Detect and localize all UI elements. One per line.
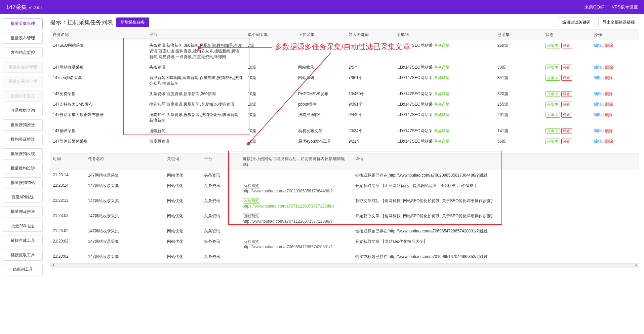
status-stop-button[interactable]: 停止 [561, 43, 572, 48]
cell-log-platform: 头条资讯 [201, 236, 240, 252]
edit-link[interactable]: 编辑 [594, 128, 602, 133]
status-stop-button[interactable]: 停止 [561, 65, 572, 70]
cell-log-detail: 链接或标题已存在[http://www.toutiao.com/a7002098… [353, 170, 639, 181]
sidebar-item-10[interactable]: 批量搜狗投诉 [3, 163, 43, 174]
view-detail-link[interactable]: 浏览详情 [434, 112, 450, 117]
edit-link[interactable]: 编辑 [594, 43, 602, 48]
cell-log-task: 147网站收录采集 [85, 252, 164, 262]
tasks-wrap: 任务名称 平台 单个词采集 正在采集 导入关键词 采集到 已采集 状态 操作 1… [50, 29, 639, 147]
cell-platform: 头条资讯,新浪新闻,360新闻,凤凰新闻,搜狗知乎,百度资讯,百度知道,搜狗资讯… [147, 40, 245, 63]
status-stop-button[interactable]: 停止 [561, 75, 572, 81]
cell-count: 33篇 [495, 62, 543, 73]
cell-log-link: 远程预览http://www.toutiao.com/a707112263715… [240, 211, 353, 226]
sidebar-item-1[interactable]: 批量发布管理 [3, 33, 43, 44]
view-detail-link[interactable]: 浏览详情 [434, 75, 450, 80]
badge-local[interactable]: 本地预览 [243, 198, 260, 204]
sidebar-item-13[interactable]: 批量神马推送 [3, 206, 43, 217]
cell-log-detail: 链接或标题已存在[http://www.toutiao.com/a7016965… [353, 252, 639, 262]
sidebar-item-9[interactable]: 批量搜狗反馈 [3, 148, 43, 159]
sidebar-item-6[interactable]: 收录数据查询 [3, 105, 43, 116]
log-url[interactable]: http://www.toutiao.com/a7069654728657420… [243, 245, 333, 249]
cell-name: 147seo排名采集 [50, 73, 147, 89]
edit-filter-button[interactable]: 编辑过滤关键词 [558, 17, 595, 27]
status-stop-button[interactable]: 停止 [561, 128, 572, 134]
cell-status: 采集中停止 [543, 89, 591, 99]
edit-link[interactable]: 编辑 [594, 65, 602, 70]
sidebar-item-4: 批量短视频管理 [3, 76, 43, 87]
cell-log-time: 21:23:02: [50, 236, 85, 252]
edit-link[interactable]: 编辑 [594, 112, 602, 117]
main-content: 提示：挂机采集任务列表 新增采集任务 编辑过滤关键词 导出全部错误链接 任务名称… [45, 14, 644, 334]
delete-link[interactable]: 删除 [605, 102, 613, 107]
log-url[interactable]: http://www.toutiao.com/a7071122637157712… [243, 219, 333, 224]
badge-remote[interactable]: 远程预览 [243, 183, 260, 189]
sidebar-item-17[interactable]: 伪原创工具 [3, 264, 43, 275]
topbar-right: 采集QQ群 VPS拨号设置 [585, 4, 638, 10]
edit-link[interactable]: 编辑 [594, 102, 602, 107]
th-log-link: 链接(量小的网站可能没有匹配，如需要可群内反馈增加规则) [240, 154, 353, 170]
view-detail-link[interactable]: 浏览详情 [434, 128, 450, 133]
sidebar-item-8[interactable]: 搜狗验证推送 [3, 134, 43, 145]
sidebar: 批量采集管理批量发布管理发布站点监控批量自媒体管理批量短视频管理批量排名监控收录… [0, 14, 45, 334]
export-bad-links-button[interactable]: 导出全部错误链接 [598, 17, 639, 27]
cell-log-time: 21:23:14: [50, 181, 85, 196]
sidebar-item-15[interactable]: 链接生成工具 [3, 235, 43, 246]
sidebar-item-11[interactable]: 批量搜狗绑站 [3, 177, 43, 188]
status-running: 采集中 [546, 102, 560, 107]
delete-link[interactable]: 删除 [605, 128, 613, 133]
sidebar-item-12[interactable]: 百度API推送 [3, 192, 43, 203]
view-detail-link[interactable]: 浏览详情 [434, 43, 450, 48]
view-detail-link[interactable]: 浏览详情 [434, 102, 450, 107]
add-task-button[interactable]: 新增采集任务 [116, 17, 149, 27]
cell-to: ...D:\147SEO网站采 浏览详情 [394, 99, 495, 110]
status-stop-button[interactable]: 停止 [561, 139, 572, 144]
cell-log-detail: 开始获取文章 【途网科技_网站SEO优化如何做_关于SEO优化详细操作步骤】 [353, 211, 639, 226]
cell-count: 291篇 [495, 110, 543, 126]
delete-link[interactable]: 删除 [605, 65, 613, 70]
status-running: 采集中 [546, 139, 560, 144]
delete-link[interactable]: 删除 [605, 139, 613, 144]
status-stop-button[interactable]: 停止 [561, 112, 572, 118]
delete-link[interactable]: 删除 [605, 91, 613, 96]
cell-name: 147免费采集 [50, 89, 147, 99]
status-stop-button[interactable]: 停止 [561, 91, 572, 97]
badge-remote[interactable]: 远程预览 [243, 239, 260, 245]
cell-count: 255篇 [495, 99, 543, 110]
edit-link[interactable]: 编辑 [594, 91, 602, 96]
link-vps-settings[interactable]: VPS拨号设置 [612, 4, 638, 10]
view-detail-link[interactable]: 浏览详情 [434, 139, 450, 144]
delete-link[interactable]: 删除 [605, 112, 613, 117]
task-row: 147免费采集头条资讯,百度资讯,新浪新闻,360新闻10篇PHPCMSV9发布… [50, 89, 639, 99]
cell-to: ...D:\147SEO网站采 浏览详情 [394, 62, 495, 73]
panel-title: 提示：挂机采集任务列表 [50, 18, 113, 26]
cell-log-key: 网站优化 [164, 196, 201, 211]
view-detail-link[interactable]: 浏览详情 [434, 65, 450, 70]
cell-single: 7篇 [245, 40, 295, 63]
cell-ops: 编辑|删除 [591, 136, 639, 147]
horizontal-scrollbar[interactable] [50, 263, 639, 268]
cell-to: ...D:\147SEO网站采 浏览详情 [394, 110, 495, 126]
cell-log-task: 147网站收录采集 [85, 196, 164, 211]
sidebar-item-14[interactable]: 批量360推送 [3, 221, 43, 232]
view-detail-link[interactable]: 浏览详情 [434, 91, 450, 96]
link-qq-group[interactable]: 采集QQ群 [585, 4, 604, 10]
cell-keys: 9/440个 [346, 110, 394, 126]
sidebar-item-2[interactable]: 发布站点监控 [3, 47, 43, 58]
log-url[interactable]: http://www.toutiao.com/a7002098535617364… [243, 189, 333, 193]
delete-link[interactable]: 删除 [605, 43, 613, 48]
log-url[interactable]: https://www.toutiao.com/a707112263715771… [243, 204, 335, 209]
status-stop-button[interactable]: 停止 [561, 102, 572, 107]
log-box: 时间 任务名称 关键词 平台 链接(量小的网站可能没有匹配，如需要可群内反馈增加… [50, 153, 639, 268]
delete-link[interactable]: 删除 [605, 75, 613, 80]
cell-keys: 2/5个 [346, 62, 394, 73]
sidebar-item-0[interactable]: 批量采集管理 [3, 18, 43, 29]
edit-link[interactable]: 编辑 [594, 75, 602, 80]
edit-link[interactable]: 编辑 [594, 139, 602, 144]
log-table: 时间 任务名称 关键词 平台 链接(量小的网站可能没有匹配，如需要可群内反馈增加… [50, 153, 639, 262]
cell-current: 网站优化 [295, 40, 346, 63]
sidebar-item-7[interactable]: 批量搜狗推送 [3, 119, 43, 131]
sidebar-item-16[interactable]: 链接抓取工具 [3, 250, 43, 261]
badge-remote[interactable]: 远程预览 [243, 213, 260, 219]
log-row: 21:23:13:147网站收录采集网站优化头条资讯本地预览https://ww… [50, 196, 639, 211]
cell-log-task: 147网站收录采集 [85, 226, 164, 236]
